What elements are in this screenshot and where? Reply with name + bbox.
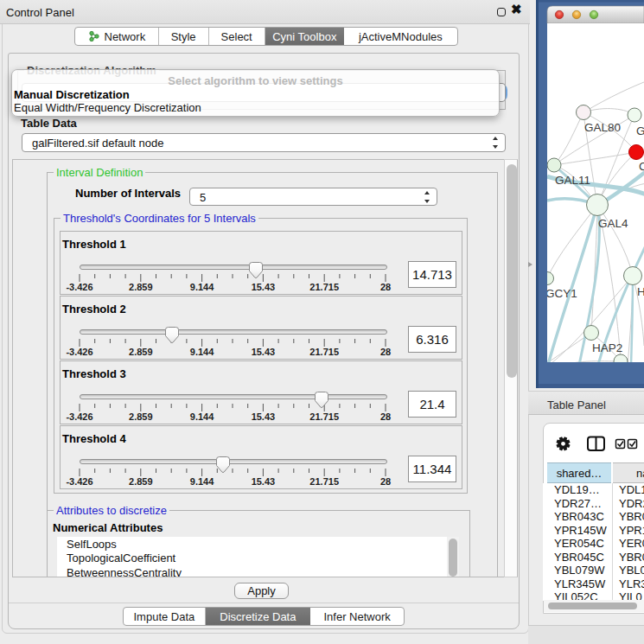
svg-text:21.715: 21.715 (309, 282, 339, 292)
svg-text:2.859: 2.859 (129, 411, 153, 422)
svg-text:GAL4: GAL4 (598, 217, 628, 230)
svg-text:28: 28 (380, 347, 391, 357)
svg-text:2.859: 2.859 (129, 476, 153, 487)
svg-text:15.43: 15.43 (252, 282, 276, 292)
svg-text:-3.426: -3.426 (66, 347, 92, 357)
svg-text:GAL80: GAL80 (584, 121, 621, 134)
svg-text:9.144: 9.144 (190, 411, 214, 422)
svg-text:C: C (639, 160, 644, 173)
svg-text:GAL11: GAL11 (555, 174, 590, 187)
svg-text:2.859: 2.859 (129, 347, 153, 357)
svg-text:15.43: 15.43 (252, 347, 276, 357)
svg-text:GA: GA (636, 124, 644, 137)
svg-text:-3.426: -3.426 (66, 282, 92, 292)
svg-text:-3.426: -3.426 (66, 411, 92, 422)
svg-text:28: 28 (380, 411, 391, 422)
svg-text:9.144: 9.144 (190, 282, 214, 292)
svg-text:HA: HA (637, 285, 644, 298)
svg-text:28: 28 (380, 476, 391, 487)
svg-text:2.859: 2.859 (129, 282, 153, 292)
svg-text:21.715: 21.715 (309, 347, 339, 357)
svg-text:21.715: 21.715 (309, 476, 339, 487)
svg-text:28: 28 (380, 282, 391, 292)
svg-text:-3.426: -3.426 (66, 476, 92, 487)
svg-text:15.43: 15.43 (252, 411, 276, 422)
svg-text:9.144: 9.144 (190, 347, 214, 357)
svg-text:15.43: 15.43 (252, 476, 276, 487)
svg-text:9.144: 9.144 (190, 476, 214, 487)
svg-text:GCY1: GCY1 (545, 287, 577, 300)
svg-text:HAP2: HAP2 (592, 341, 622, 354)
svg-text:21.715: 21.715 (309, 411, 339, 422)
